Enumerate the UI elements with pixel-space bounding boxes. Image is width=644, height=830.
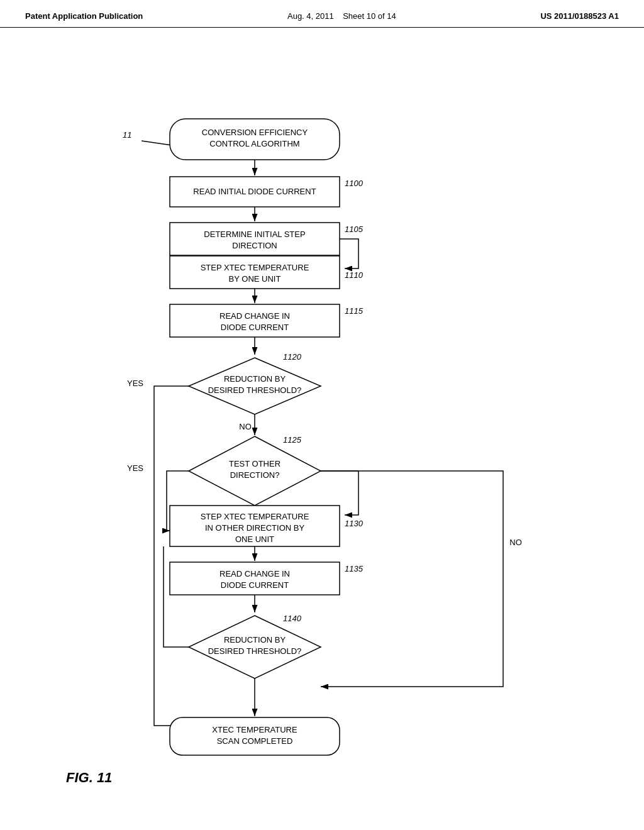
yes2-label: YES bbox=[127, 463, 143, 473]
header: Patent Application Publication Aug. 4, 2… bbox=[0, 0, 644, 28]
ref-1125: 1125 bbox=[283, 435, 302, 445]
fig-label: FIG. 11 bbox=[66, 770, 112, 785]
arrow-1125-1130 bbox=[345, 471, 358, 515]
no2-label: NO bbox=[509, 538, 522, 547]
node-1105-line1: DETERMINE INITIAL STEP bbox=[204, 230, 305, 239]
node-1100-text: READ INITIAL DIODE CURRENT bbox=[193, 187, 316, 196]
ref-1115: 1115 bbox=[345, 306, 364, 316]
ref-11-label: 11 bbox=[123, 130, 131, 140]
header-right: US 2011/0188523 A1 bbox=[540, 11, 619, 21]
header-center: Aug. 4, 2011 Sheet 10 of 14 bbox=[287, 11, 396, 21]
end-text-line2: SCAN COMPLETED bbox=[217, 736, 293, 746]
diamond-1140-line2: DESIRED THRESHOLD? bbox=[208, 646, 302, 656]
ref-1100: 1100 bbox=[345, 179, 364, 188]
ref-1140: 1140 bbox=[283, 614, 302, 623]
ref-1110: 1110 bbox=[345, 270, 364, 280]
diamond-1140-line1: REDUCTION BY bbox=[224, 635, 286, 645]
yes1-path bbox=[154, 386, 195, 726]
no2-path bbox=[321, 471, 503, 687]
diamond-1120-line2: DESIRED THRESHOLD? bbox=[208, 385, 302, 395]
yes1-label: YES bbox=[127, 379, 143, 388]
ref-1130: 1130 bbox=[345, 519, 364, 528]
diamond-1125-line1: TEST OTHER bbox=[229, 459, 280, 468]
node-1115-line1: READ CHANGE IN bbox=[219, 311, 290, 321]
node-1130-line2: IN OTHER DIRECTION BY bbox=[205, 523, 305, 533]
start-text-line1: CONVERSION EFFICIENCY bbox=[202, 128, 308, 137]
node-1110-line1: STEP XTEC TEMPERATURE bbox=[201, 263, 309, 272]
ref-1120: 1120 bbox=[283, 352, 302, 362]
ref-1105: 1105 bbox=[345, 224, 364, 234]
node-1135-line1: READ CHANGE IN bbox=[219, 569, 290, 578]
diagram-container: 11 CONVERSION EFFICIENCY CONTROL ALGORIT… bbox=[0, 28, 644, 820]
no1-label: NO bbox=[239, 422, 252, 431]
node-1130-line1: STEP XTEC TEMPERATURE bbox=[201, 512, 309, 521]
node-1130-line3: ONE UNIT bbox=[235, 534, 274, 544]
diamond-1120-line1: REDUCTION BY bbox=[224, 374, 286, 384]
arrow-1105-1110 bbox=[340, 239, 358, 268]
yes2-loop bbox=[164, 546, 189, 647]
header-left: Patent Application Publication bbox=[25, 11, 143, 21]
start-text-line2: CONTROL ALGORITHM bbox=[209, 139, 299, 148]
end-text-line1: XTEC TEMPERATURE bbox=[212, 725, 297, 734]
diamond-1125-line2: DIRECTION? bbox=[230, 470, 280, 480]
node-1105-line2: DIRECTION bbox=[232, 241, 277, 250]
node-1110-line2: BY ONE UNIT bbox=[229, 274, 281, 284]
ref-1135: 1135 bbox=[345, 564, 364, 573]
node-1135-line2: DIODE CURRENT bbox=[221, 580, 289, 590]
node-1115-line2: DIODE CURRENT bbox=[221, 323, 289, 332]
